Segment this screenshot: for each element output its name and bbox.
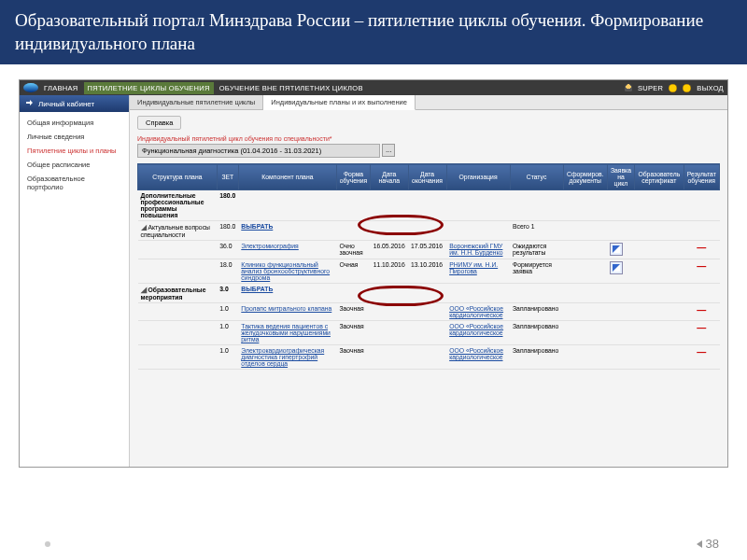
col-cert: Образователь сертификат bbox=[634, 164, 684, 190]
tabs: Индивидуальные пятилетние циклы Индивиду… bbox=[130, 95, 727, 110]
edit-icon[interactable] bbox=[610, 243, 623, 256]
table-group-row: Дополнительные профессиональные программ… bbox=[138, 190, 720, 221]
tab-plans[interactable]: Индивидуальные планы и их выполнение bbox=[263, 95, 416, 110]
user-icon bbox=[625, 84, 632, 91]
table-row: 36.0 Электромиография Очно заочная16.05.… bbox=[138, 241, 720, 259]
remove-icon[interactable]: — bbox=[684, 241, 719, 259]
user-name[interactable]: SUPER bbox=[638, 84, 663, 92]
slide-footer: 38 bbox=[697, 537, 719, 551]
col-docs: Сформиров. документы bbox=[563, 164, 607, 190]
select-link[interactable]: ВЫБРАТЬ bbox=[241, 286, 273, 292]
component-link[interactable]: Пролапс митрального клапана bbox=[241, 305, 331, 312]
col-result: Результат обучения bbox=[684, 164, 719, 190]
triangle-icon bbox=[697, 540, 702, 548]
table-row: 1.0 Пролапс митрального клапана Заочная … bbox=[138, 303, 720, 321]
table-group-row: ◢ Образовательные мероприятия 3.0 ВЫБРАТ… bbox=[138, 284, 720, 303]
sidebar-item[interactable]: Общая информация bbox=[20, 116, 129, 130]
col-request: Заявка на цикл bbox=[607, 164, 634, 190]
zoom-in-icon[interactable] bbox=[669, 84, 677, 92]
remove-icon[interactable]: — bbox=[684, 259, 719, 284]
zoom-out-icon[interactable] bbox=[683, 84, 691, 92]
collapse-icon[interactable]: ◢ bbox=[141, 286, 147, 294]
plan-table: Структура плана ЗЕТ Компонент плана Форм… bbox=[137, 163, 720, 370]
specialty-picker-button[interactable]: ... bbox=[382, 144, 395, 157]
exit-link[interactable]: ВЫХОД bbox=[697, 84, 724, 92]
col-structure: Структура плана bbox=[138, 164, 218, 190]
bullet-icon bbox=[45, 541, 50, 547]
sidebar-item-active[interactable]: Пятилетние циклы и планы bbox=[20, 144, 129, 158]
edit-icon[interactable] bbox=[610, 261, 623, 274]
select-link[interactable]: ВЫБРАТЬ bbox=[241, 223, 273, 230]
component-link[interactable]: Тактика ведения пациентов с желудочковым… bbox=[241, 323, 331, 343]
sidebar-item[interactable]: Образовательное портфолио bbox=[20, 172, 129, 194]
slide-number: 38 bbox=[706, 537, 719, 551]
table-row: 1.0 Электрокардиографическая диагностика… bbox=[138, 345, 720, 370]
specialty-select[interactable]: Функциональная диагностика (01.04.2016 -… bbox=[137, 144, 380, 158]
topbar: ГЛАВНАЯ ПЯТИЛЕТНИЕ ЦИКЛЫ ОБУЧЕНИЯ ОБУЧЕН… bbox=[20, 80, 727, 95]
col-zet: ЗЕТ bbox=[217, 164, 238, 190]
sidebar-item[interactable]: Общее расписание bbox=[20, 158, 129, 172]
component-link[interactable]: Электромиография bbox=[241, 243, 299, 249]
tab-cycles[interactable]: Индивидуальные пятилетние циклы bbox=[130, 95, 263, 109]
org-link[interactable]: ООО «Российское кардиологическое bbox=[449, 347, 503, 360]
remove-icon[interactable]: — bbox=[684, 303, 719, 321]
sidebar: Личный кабинет Общая информация Личные с… bbox=[20, 95, 130, 467]
org-link[interactable]: ООО «Российское кардиологическое bbox=[449, 305, 503, 318]
col-component: Компонент плана bbox=[238, 164, 336, 190]
table-row: ◢ Актуальные вопросы специальности 180.0… bbox=[138, 221, 720, 241]
org-link[interactable]: РНИМУ им. Н.И. Пирогова bbox=[449, 261, 498, 274]
sidebar-header: Личный кабинет bbox=[20, 95, 129, 112]
org-link[interactable]: Воронежский ГМУ им. Н.Н. Бурденко bbox=[449, 243, 502, 256]
col-form: Форма обучения bbox=[336, 164, 370, 190]
logo-icon bbox=[23, 83, 38, 92]
nav-outside[interactable]: ОБУЧЕНИЕ ВНЕ ПЯТИЛЕТНИХ ЦИКЛОВ bbox=[219, 84, 363, 92]
nav-home[interactable]: ГЛАВНАЯ bbox=[44, 84, 78, 92]
org-link[interactable]: ООО «Российское кардиологическое bbox=[449, 323, 503, 336]
col-start: Дата начала bbox=[371, 164, 408, 190]
table-row: 1.0 Тактика ведения пациентов с желудочк… bbox=[138, 321, 720, 345]
app-window: ГЛАВНАЯ ПЯТИЛЕТНИЕ ЦИКЛЫ ОБУЧЕНИЯ ОБУЧЕН… bbox=[19, 79, 728, 468]
component-link[interactable]: Электрокардиографическая диагностика гип… bbox=[241, 347, 324, 367]
collapse-icon[interactable]: ◢ bbox=[141, 223, 147, 231]
component-link[interactable]: Клинико функциональный анализ бронхообст… bbox=[241, 261, 330, 281]
profile-icon bbox=[25, 99, 35, 108]
nav-cycles[interactable]: ПЯТИЛЕТНИЕ ЦИКЛЫ ОБУЧЕНИЯ bbox=[84, 82, 214, 94]
slide-title: Образовательный портал Минздрава России … bbox=[0, 0, 747, 64]
col-org: Организация bbox=[446, 164, 510, 190]
remove-icon[interactable]: — bbox=[684, 345, 719, 370]
table-row: 18.0 Клинико функциональный анализ бронх… bbox=[138, 259, 720, 284]
specialty-label: Индивидуальный пятилетний цикл обучения … bbox=[137, 135, 720, 142]
main-panel: Индивидуальные пятилетние циклы Индивиду… bbox=[130, 95, 727, 467]
remove-icon[interactable]: — bbox=[684, 321, 719, 345]
help-button[interactable]: Справка bbox=[137, 116, 181, 130]
sidebar-item[interactable]: Личные сведения bbox=[20, 130, 129, 144]
col-status: Статус bbox=[510, 164, 563, 190]
col-end: Дата окончания bbox=[408, 164, 446, 190]
